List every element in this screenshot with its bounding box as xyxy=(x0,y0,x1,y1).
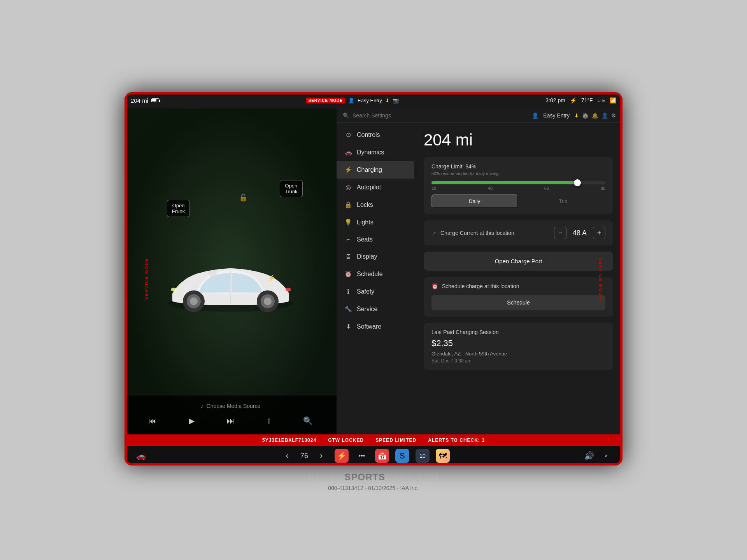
range-display: 204 mi xyxy=(424,131,613,149)
increment-current-button[interactable]: + xyxy=(593,227,605,239)
prev-speed-button[interactable]: ‹ xyxy=(280,449,294,463)
trip-button[interactable]: Trip xyxy=(521,194,606,208)
vin-alert: 5YJ3E1EBXLF713024 xyxy=(262,438,316,443)
open-trunk-button[interactable]: Open Trunk xyxy=(280,180,303,197)
separator: - xyxy=(365,485,368,491)
camera-icon: 📷 xyxy=(393,98,399,103)
media-source-text: Choose Media Source xyxy=(207,403,261,409)
menu-label-display: Display xyxy=(357,253,377,260)
menu-item-charging[interactable]: ⚡ Charging xyxy=(337,161,414,178)
car-taskbar-icon[interactable]: 🚗 xyxy=(134,449,148,463)
menu-icon-charging: ⚡ xyxy=(344,166,352,173)
gtw-locked-alert: GTW LOCKED xyxy=(328,438,364,443)
charge-slider-track xyxy=(431,181,605,184)
last-session-location: Glendale, AZ - North 59th Avenue xyxy=(431,351,605,357)
menu-item-dynamics[interactable]: 🚗 Dynamics xyxy=(337,144,414,161)
sports-text: SPORTS xyxy=(344,472,385,482)
red-app-button[interactable]: ⚡ xyxy=(335,449,349,463)
ten-app-button[interactable]: 10 xyxy=(416,449,430,463)
volume-x-icon[interactable]: × xyxy=(599,449,613,463)
profile-icon: 👤 xyxy=(348,98,354,103)
more-button[interactable]: ••• xyxy=(355,449,369,463)
label-40: 40 xyxy=(488,186,493,191)
menu-item-safety[interactable]: ℹ Safety xyxy=(337,283,414,300)
label-60: 60 xyxy=(544,186,549,191)
menu-label-schedule: Schedule xyxy=(357,271,383,278)
status-bar-center: SERVICE MODE 👤 Easy Entry ⬇ 📷 xyxy=(306,98,398,103)
menu-item-schedule[interactable]: ⏰ Schedule xyxy=(337,265,414,283)
bottom-status-bar: 5YJ3E1EBXLF713024 GTW LOCKED SPEED LIMIT… xyxy=(124,434,622,466)
settings-menu: ⊙ Controls 🚗 Dynamics ⚡ Charging ◎ Autop… xyxy=(337,123,414,434)
right-panel: 🔍 Search Settings 👤 Easy Entry ⬇ 🏠 🔔 👤 ⚙ xyxy=(337,108,622,434)
charge-slider-container[interactable]: 20 40 60 80 xyxy=(431,181,605,191)
main-content: Open Frunk Open Trunk 🔓 xyxy=(124,108,622,434)
lte-indicator: LTE xyxy=(598,98,605,103)
menu-icon-locks: 🔒 xyxy=(344,201,352,208)
media-player: ♪ Choose Media Source ⏮ ▶ ⏭ ⫶ 🔍 xyxy=(124,396,337,434)
lock-icon: 🔓 xyxy=(239,193,247,202)
next-track-button[interactable]: ⏭ xyxy=(225,415,236,427)
calendar-app-button[interactable]: 📅 xyxy=(375,449,389,463)
menu-item-lights[interactable]: 💡 Lights xyxy=(337,214,414,231)
svg-point-9 xyxy=(286,288,291,292)
media-search-button[interactable]: 🔍 xyxy=(302,415,314,427)
last-session-amount: $2.35 xyxy=(431,338,605,348)
left-panel: Open Frunk Open Trunk 🔓 xyxy=(124,108,337,434)
menu-label-safety: Safety xyxy=(357,288,374,295)
map-app-button[interactable]: 🗺 xyxy=(436,449,450,463)
search-input-area[interactable]: 🔍 Search Settings xyxy=(343,112,391,119)
menu-item-locks[interactable]: 🔒 Locks xyxy=(337,196,414,214)
menu-icon-dynamics: 🚗 xyxy=(344,149,352,156)
decrement-current-button[interactable]: − xyxy=(554,227,566,239)
search-placeholder: Search Settings xyxy=(352,112,391,119)
open-charge-port-button[interactable]: Open Charge Port xyxy=(424,252,613,271)
range-display: 204 mi xyxy=(131,97,148,104)
open-frunk-button[interactable]: Open Frunk xyxy=(167,200,190,217)
download-top-icon: ⬇ xyxy=(574,112,579,119)
signal-bars: 📶 xyxy=(610,97,616,103)
menu-item-autopilot[interactable]: ◎ Autopilot xyxy=(337,178,414,196)
profile-name: Easy Entry xyxy=(543,112,570,119)
speed-limited-alert: SPEED LIMITED xyxy=(375,438,416,443)
s-app-button[interactable]: S xyxy=(395,449,409,463)
renew-text: RENEW xyxy=(308,472,344,482)
svg-point-4 xyxy=(190,298,198,305)
status-bar-left: 204 mi xyxy=(131,97,159,104)
separator2: - xyxy=(397,485,400,491)
menu-item-display[interactable]: 🖥 Display xyxy=(337,248,414,265)
menu-label-autopilot: Autopilot xyxy=(357,184,381,191)
daily-button[interactable]: Daily xyxy=(431,194,518,208)
footer-area: RENEWSPORTSCARS.COM 000-41313412 - 01/10… xyxy=(124,472,622,491)
menu-label-software: Software xyxy=(357,323,381,330)
schedule-section: ⏰ Schedule charge at this location Sched… xyxy=(424,277,613,317)
search-bar: 🔍 Search Settings 👤 Easy Entry ⬇ 🏠 🔔 👤 ⚙ xyxy=(337,108,622,123)
car-image: ⚡ xyxy=(157,233,305,324)
charge-limit-section: Charge Limit: 84% 80% recommended for da… xyxy=(424,157,613,214)
menu-item-software[interactable]: ⬇ Software xyxy=(337,318,414,335)
speed-value: 76 xyxy=(300,452,308,460)
menu-item-seats[interactable]: ⌐ Seats xyxy=(337,231,414,248)
charge-limit-label: Charge Limit: 84% xyxy=(431,163,605,170)
company-name: IAA Inc. xyxy=(400,485,419,491)
charging-panel: 204 mi Charge Limit: 84% 80% recommended… xyxy=(414,123,622,434)
listing-id: 000-41313412 xyxy=(328,485,363,491)
menu-item-controls[interactable]: ⊙ Controls xyxy=(337,126,414,144)
svg-text:⚡: ⚡ xyxy=(268,274,275,282)
taskbar-left: 🚗 xyxy=(134,449,148,463)
schedule-button[interactable]: Schedule xyxy=(431,295,605,310)
menu-icon-safety: ℹ xyxy=(344,288,352,295)
profile-label-center: Easy Entry xyxy=(358,98,382,103)
play-button[interactable]: ▶ xyxy=(187,415,196,427)
equalizer-button[interactable]: ⫶ xyxy=(265,415,272,427)
menu-label-dynamics: Dynamics xyxy=(357,149,384,156)
car-visualization: Open Frunk Open Trunk 🔓 xyxy=(124,108,337,434)
media-source-label[interactable]: ♪ Choose Media Source xyxy=(124,403,337,409)
next-speed-button[interactable]: › xyxy=(314,449,328,463)
volume-icon[interactable]: 🔊 xyxy=(582,449,596,463)
svg-point-7 xyxy=(264,298,272,305)
menu-item-service[interactable]: 🔧 Service xyxy=(337,300,414,318)
menu-label-charging: Charging xyxy=(357,166,382,173)
charge-slider-thumb[interactable] xyxy=(574,179,581,186)
prev-track-button[interactable]: ⏮ xyxy=(147,415,158,427)
service-label-right: SERVICE MODE xyxy=(598,258,603,300)
